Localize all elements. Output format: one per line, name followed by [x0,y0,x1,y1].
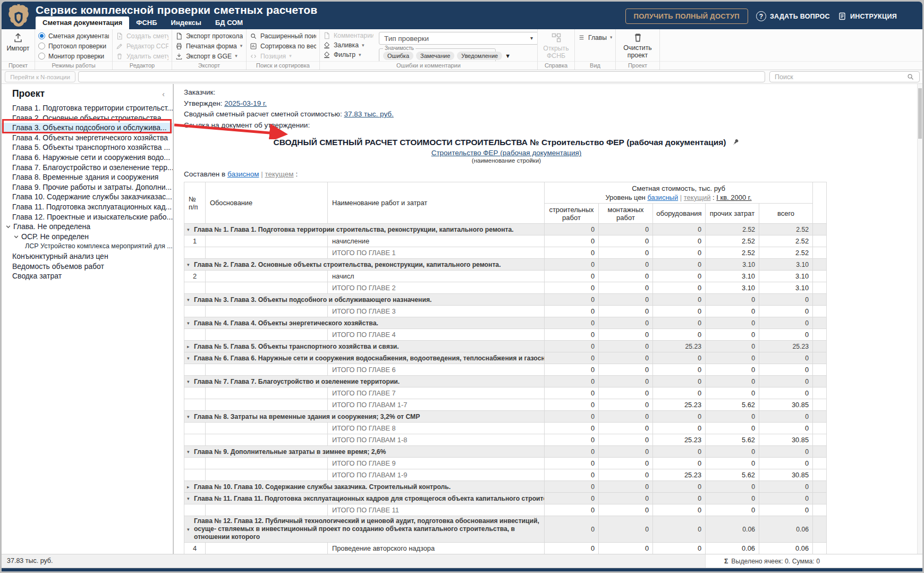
current-level-link[interactable]: текущем [265,170,294,178]
cell-value[interactable]: 0 [706,306,759,317]
cell-value[interactable]: 0 [759,423,813,434]
cell-value[interactable]: 0 [759,446,813,458]
cell-value[interactable]: 25.23 [653,434,706,446]
cell-num[interactable]: 4 [184,543,206,554]
cell-num[interactable] [184,329,206,341]
cell-num[interactable] [184,423,206,434]
cell-value[interactable]: 0 [599,376,653,387]
cell-value[interactable]: 0 [545,411,599,423]
cell-value[interactable]: 3.10 [706,271,759,282]
cell-value[interactable]: 0 [545,469,599,481]
cell-value[interactable]: 0 [653,387,706,399]
cell-value[interactable]: 0 [759,481,813,493]
cell-name[interactable]: ИТОГО ПО ГЛАВАМ 1-9 [328,469,545,481]
cell-value[interactable]: 0 [759,493,813,504]
scrollbar-thumb[interactable] [918,88,922,139]
mode-radio-1[interactable]: Сметная документация [38,31,109,41]
cell-basis[interactable] [206,235,328,247]
group-row-name[interactable]: ▾Глава № 4. Глава 4. Объекты энергетичес… [184,317,545,329]
cell-value[interactable]: 0 [545,235,599,247]
cell-num[interactable]: 2 [184,271,206,282]
tab-1[interactable]: Сметная документация [36,16,129,29]
delete-estimate-button[interactable]: Удалить смету [116,51,168,61]
cell-value[interactable]: 0 [545,458,599,469]
cell-value[interactable]: 0 [599,516,653,543]
cell-value[interactable]: 0 [599,329,653,341]
expand-triangle-icon[interactable]: ▸ [187,342,190,351]
cell-basis[interactable] [206,399,328,411]
collapse-triangle-icon[interactable]: ▾ [187,319,190,327]
tree-item[interactable]: Глава 4. Объекты энергетического хозяйст… [2,133,173,143]
cell-num[interactable] [184,364,206,376]
cell-basis[interactable] [206,469,328,481]
significance-chip-1[interactable]: Ошибка [383,52,413,60]
cell-value[interactable]: 25.23 [759,341,813,352]
cell-value[interactable]: 0 [653,458,706,469]
tree-item[interactable]: ОСР. Не определен [2,232,173,242]
cell-value[interactable]: 2.52 [759,235,813,247]
filter-button[interactable]: Фильтр▾ [323,50,374,60]
cell-value[interactable]: 0 [545,434,599,446]
cell-value[interactable]: 0 [759,458,813,469]
cell-value[interactable]: 0 [545,329,599,341]
position-input[interactable] [78,71,765,82]
cell-value[interactable]: 0 [759,504,813,516]
collapse-triangle-icon[interactable]: ▾ [187,412,190,421]
cell-value[interactable]: 0 [599,259,653,271]
cell-value[interactable]: 0 [599,317,653,329]
cell-value[interactable]: 0 [545,317,599,329]
tree-item[interactable]: Глава 7. Благоустройство и озеленение те… [2,163,173,173]
cell-value[interactable]: 5.62 [706,399,759,411]
cell-value[interactable]: 0 [653,481,706,493]
tree-item[interactable]: Глава 1. Подготовка территории строитель… [2,103,173,113]
cell-value[interactable]: 0 [599,352,653,364]
chevron-down-icon[interactable] [13,234,19,240]
cell-value[interactable]: 25.23 [653,341,706,352]
tree-item[interactable]: Глава 3. Объекты подсобного и обслужива.… [2,123,173,133]
cell-value[interactable]: 0 [545,481,599,493]
cell-basis[interactable] [206,247,328,259]
cell-value[interactable]: 0 [653,446,706,458]
cell-value[interactable]: 2.52 [759,224,813,235]
cell-basis[interactable] [206,458,328,469]
cell-value[interactable]: 0 [653,411,706,423]
cell-basis[interactable] [206,434,328,446]
cell-name[interactable]: ИТОГО ПО ГЛАВЕ 4 [328,329,545,341]
cell-value[interactable]: 0 [599,224,653,235]
cell-value[interactable]: 0 [706,423,759,434]
mode-radio-3[interactable]: Монитор проверки [38,51,109,61]
cell-value[interactable]: 0 [599,306,653,317]
create-estimate-button[interactable]: Создать смету [116,31,168,41]
cell-value[interactable]: 0 [599,458,653,469]
construction-link[interactable]: Строительство ФЕР (рабочая документация) [431,149,582,157]
cell-name[interactable]: ИТОГО ПО ГЛАВЕ 8 [328,423,545,434]
sort-by-weight-button[interactable]: Сортировка по весу [250,41,316,51]
cell-value[interactable]: 0 [545,516,599,543]
cell-value[interactable]: 2.52 [706,224,759,235]
cell-value[interactable]: 0 [545,543,599,554]
cell-num[interactable] [184,434,206,446]
import-button[interactable]: Импорт [7,32,30,52]
cell-value[interactable]: 0 [706,387,759,399]
cell-value[interactable]: 0 [545,224,599,235]
cell-basis[interactable] [206,282,328,294]
cell-name[interactable]: ИТОГО ПО ГЛАВЕ 1 [328,247,545,259]
print-form-button[interactable]: Печатная форма▾ [175,41,243,51]
cell-value[interactable]: 0 [759,376,813,387]
cell-value[interactable]: 25.23 [653,399,706,411]
group-row-name[interactable]: ▾Глава № 8. Затраты на временные здания … [184,411,545,423]
collapse-triangle-icon[interactable]: ▾ [187,377,190,386]
cell-value[interactable]: 0 [706,446,759,458]
cell-value[interactable]: 0 [653,493,706,504]
cell-value[interactable]: 0 [653,224,706,235]
cell-value[interactable]: 5.62 [706,469,759,481]
cell-value[interactable]: 0 [759,364,813,376]
total-value-link[interactable]: 37.83 тыс. руб. [344,110,393,118]
tree-item[interactable]: Глава 8. Временные здания и сооружения [2,172,173,182]
cell-num[interactable] [184,504,206,516]
cell-value[interactable]: 0 [599,469,653,481]
cell-num[interactable] [184,399,206,411]
cell-value[interactable]: 0 [759,352,813,364]
cell-value[interactable]: 0 [759,411,813,423]
expand-triangle-icon[interactable]: ▸ [187,483,190,491]
